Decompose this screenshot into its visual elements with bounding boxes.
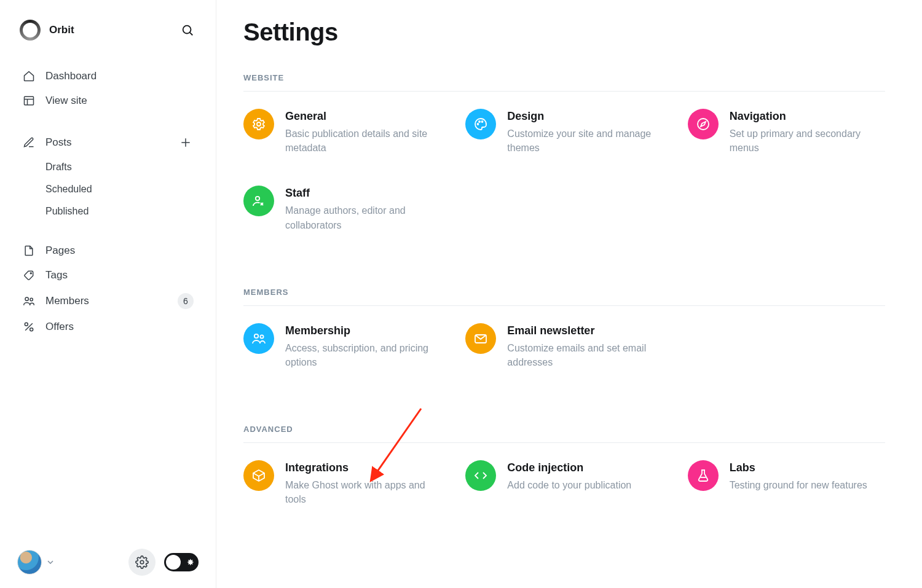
- members-icon: [22, 294, 36, 308]
- home-icon: [22, 69, 36, 83]
- search-icon: [181, 23, 194, 37]
- sidebar-label: Published: [45, 206, 89, 217]
- svg-point-17: [482, 121, 483, 122]
- tile-navigation[interactable]: Navigation Set up primary and secondary …: [688, 109, 885, 155]
- tile-title: Labs: [730, 461, 867, 474]
- tile-desc: Customize emails and set email addresses: [507, 341, 663, 369]
- tile-staff[interactable]: Staff Manage authors, editor and collabo…: [243, 186, 441, 232]
- box-icon: [243, 460, 274, 491]
- sidebar-label: Members: [45, 295, 89, 307]
- sidebar-label: Dashboard: [45, 70, 97, 82]
- sidebar-item-offers[interactable]: Offers: [12, 315, 203, 339]
- sidebar-item-scheduled[interactable]: Scheduled: [12, 178, 203, 200]
- sidebar-item-posts[interactable]: Posts: [12, 129, 203, 156]
- nav-spacer: [12, 113, 203, 129]
- tile-email-newsletter[interactable]: Email newsletter Customize emails and se…: [465, 323, 663, 369]
- tag-icon: [22, 269, 36, 282]
- svg-point-21: [254, 334, 258, 338]
- tile-general[interactable]: General Basic publication details and si…: [243, 109, 441, 155]
- tile-title: Code injection: [507, 461, 631, 474]
- sidebar-label: Pages: [45, 245, 75, 257]
- navigation-icon: [688, 109, 719, 139]
- staff-icon: [243, 186, 274, 216]
- user-menu[interactable]: [17, 550, 55, 574]
- tile-title: Design: [507, 110, 663, 123]
- tile-desc: Manage authors, editor and collaborators: [285, 203, 441, 232]
- sidebar-item-drafts[interactable]: Drafts: [12, 156, 203, 178]
- sidebar-label: Posts: [45, 136, 72, 149]
- tile-title: Staff: [285, 187, 441, 200]
- svg-point-8: [25, 297, 28, 300]
- tile-membership[interactable]: Membership Access, subscription, and pri…: [243, 323, 441, 369]
- new-post-button[interactable]: [178, 135, 194, 151]
- offers-icon: [22, 320, 36, 334]
- section-advanced: ADVANCED Integrations Make Ghost work wi…: [243, 425, 885, 506]
- layout-icon: [22, 94, 36, 108]
- sidebar-label: Drafts: [45, 162, 72, 173]
- svg-point-0: [183, 26, 191, 34]
- section-header: WEBSITE: [243, 73, 885, 92]
- sidebar-label: Scheduled: [45, 184, 92, 195]
- flask-icon: [688, 460, 719, 491]
- svg-line-12: [25, 323, 33, 331]
- settings-button[interactable]: [128, 549, 156, 576]
- svg-point-22: [260, 335, 263, 338]
- search-button[interactable]: [179, 22, 196, 39]
- nav-list: Dashboard View site Posts: [0, 64, 216, 339]
- tile-desc: Basic publication details and site metad…: [285, 127, 441, 155]
- section-members: MEMBERS Membership Access, subscription,…: [243, 288, 885, 369]
- plus-icon: [179, 136, 192, 149]
- svg-point-15: [478, 123, 479, 125]
- toggle-knob: [166, 555, 181, 570]
- avatar: [17, 550, 42, 574]
- sidebar-item-dashboard[interactable]: Dashboard: [12, 64, 203, 88]
- svg-point-13: [140, 560, 144, 564]
- sidebar-item-view-site[interactable]: View site: [12, 88, 203, 113]
- tile-desc: Customize your site and manage themes: [507, 127, 663, 155]
- code-icon: [465, 460, 496, 491]
- sidebar-item-pages[interactable]: Pages: [12, 238, 203, 263]
- sidebar-item-tags[interactable]: Tags: [12, 263, 203, 288]
- brand-logo-icon: [20, 20, 41, 41]
- page-title: Settings: [243, 18, 885, 46]
- sidebar-item-members[interactable]: Members 6: [12, 288, 203, 315]
- svg-point-18: [698, 119, 709, 130]
- theme-toggle[interactable]: ✸: [164, 553, 199, 571]
- sidebar: Orbit Dashboard View site: [0, 0, 216, 588]
- svg-marker-19: [701, 122, 706, 127]
- tile-title: Email newsletter: [507, 324, 663, 337]
- gear-icon: [243, 109, 274, 139]
- svg-point-10: [25, 323, 28, 326]
- tile-design[interactable]: Design Customize your site and manage th…: [465, 109, 663, 155]
- svg-rect-2: [25, 96, 34, 104]
- section-header: ADVANCED: [243, 425, 885, 443]
- tile-title: General: [285, 110, 441, 123]
- tile-desc: Add code to your publication: [507, 478, 631, 492]
- svg-line-1: [190, 33, 192, 35]
- sidebar-label: Tags: [45, 269, 68, 281]
- svg-point-14: [257, 122, 261, 126]
- sun-icon: ✸: [187, 557, 194, 567]
- svg-point-7: [30, 273, 31, 274]
- tile-labs[interactable]: Labs Testing ground for new features: [688, 460, 885, 506]
- tile-desc: Make Ghost work with apps and tools: [285, 478, 441, 506]
- svg-point-11: [30, 328, 33, 331]
- page-icon: [22, 244, 36, 257]
- tile-code-injection[interactable]: Code injection Add code to your publicat…: [465, 460, 663, 506]
- chevron-down-icon: [45, 557, 55, 567]
- members-count-badge: 6: [178, 293, 194, 309]
- nav-spacer: [12, 222, 203, 238]
- tile-desc: Access, subscription, and pricing option…: [285, 341, 441, 369]
- brand[interactable]: Orbit: [20, 20, 74, 41]
- section-website: WEBSITE General Basic publication detail…: [243, 73, 885, 232]
- tile-title: Membership: [285, 324, 441, 337]
- main-content: Settings WEBSITE General Basic publicati…: [216, 0, 922, 588]
- mail-icon: [465, 323, 496, 354]
- tile-integrations[interactable]: Integrations Make Ghost work with apps a…: [243, 460, 441, 506]
- sidebar-label: View site: [45, 95, 87, 107]
- sidebar-item-published[interactable]: Published: [12, 200, 203, 222]
- tile-title: Navigation: [730, 110, 885, 123]
- members-icon: [243, 323, 274, 354]
- tile-title: Integrations: [285, 461, 441, 474]
- svg-point-16: [479, 121, 480, 122]
